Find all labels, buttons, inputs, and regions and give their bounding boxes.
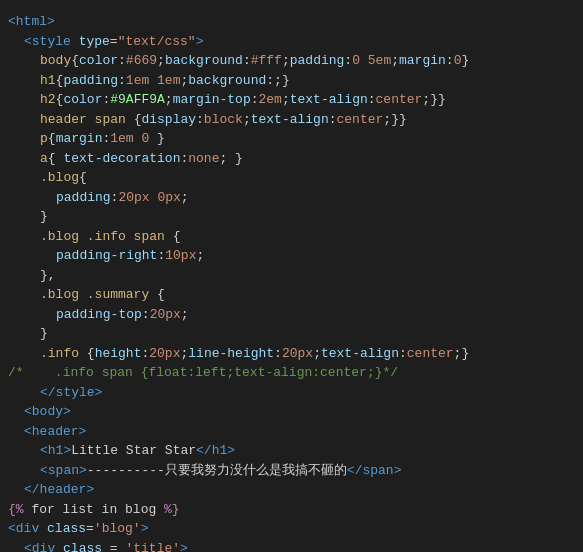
code-line: <header> [0, 422, 583, 442]
token-tag: <style [24, 32, 71, 52]
token-plain: : [142, 305, 150, 325]
token-css-prop: text-align [251, 110, 329, 130]
code-line: <body> [0, 402, 583, 422]
token-css-prop: padding-top [56, 305, 142, 325]
token-css-value: center [337, 110, 384, 130]
token-attr-name: type [79, 32, 110, 52]
token-plain: ; [165, 90, 173, 110]
token-plain: ; [157, 51, 165, 71]
token-plain: : [329, 110, 337, 130]
token-css-prop: text-decoration [63, 149, 180, 169]
code-line: body{color:#669;background:#fff;padding:… [0, 51, 583, 71]
token-css-value: none [188, 149, 219, 169]
token-css-prop: padding-right [56, 246, 157, 266]
token-css-value: 20px [149, 344, 180, 364]
token-plain: : [102, 129, 110, 149]
token-plain: : [102, 90, 110, 110]
token-tag: <body> [24, 402, 71, 422]
token-plain: } [282, 71, 290, 91]
code-line: }, [0, 266, 583, 286]
token-css-value: center [407, 344, 454, 364]
token-plain: { [48, 129, 56, 149]
token-tag: > [141, 519, 149, 539]
code-editor: <html><style type="text/css">body{color:… [0, 8, 583, 552]
token-css-value: 20px [282, 344, 313, 364]
code-line: .blog .summary { [0, 285, 583, 305]
token-plain: : [141, 344, 149, 364]
token-css-selector: h1 [40, 71, 56, 91]
token-plain: : [274, 344, 282, 364]
code-line: <html> [0, 12, 583, 32]
token-plain: : [251, 90, 259, 110]
token-plain: : [157, 246, 165, 266]
token-plain: { [165, 227, 181, 247]
token-template-tag: %} [164, 500, 180, 520]
code-line: /* .info span {float:left;text-align:cen… [0, 363, 583, 383]
token-plain: :; [266, 71, 282, 91]
code-line: } [0, 207, 583, 227]
token-plain: : [196, 110, 204, 130]
token-css-value: center [376, 90, 423, 110]
token-css-prop: margin [56, 129, 103, 149]
code-line: .blog{ [0, 168, 583, 188]
token-css-value: 2em [259, 90, 282, 110]
token-css-value: #669 [126, 51, 157, 71]
token-plain [24, 363, 55, 383]
token-plain: ;} [454, 344, 470, 364]
token-plain [55, 539, 63, 553]
token-plain: ; [180, 71, 188, 91]
code-line: padding-right:10px; [0, 246, 583, 266]
token-css-value: 0 5em [352, 51, 391, 71]
token-css-value: 1em 0 [110, 129, 149, 149]
token-h2-color: #9AFF9A [110, 90, 165, 110]
code-line: padding-top:20px; [0, 305, 583, 325]
token-plain: ----------只要我努力没什么是我搞不砸的 [87, 461, 347, 481]
token-css-selector: .info [40, 344, 79, 364]
token-comment: .info span {float:left;text-align:center… [55, 363, 398, 383]
token-css-selector: header span [40, 110, 126, 130]
token-plain: = [110, 32, 118, 52]
token-css-value: #fff [251, 51, 282, 71]
code-line: <div class = 'title'> [0, 539, 583, 553]
token-plain: ; [181, 305, 189, 325]
token-css-prop: background [165, 51, 243, 71]
token-tag: <div [8, 519, 39, 539]
token-css-selector: h2 [40, 90, 56, 110]
token-tag: </header> [24, 480, 94, 500]
token-plain: { [71, 51, 79, 71]
token-css-prop: margin [399, 51, 446, 71]
token-plain: ; [282, 51, 290, 71]
token-attr-value: "text/css" [118, 32, 196, 52]
token-css-value: block [204, 110, 243, 130]
token-css-prop: color [79, 51, 118, 71]
token-plain: } [40, 324, 48, 344]
token-css-prop: padding [56, 188, 111, 208]
token-attr-name: class [47, 519, 86, 539]
code-line: </style> [0, 383, 583, 403]
token-css-prop: text-align [290, 90, 368, 110]
token-plain: for list in blog [24, 500, 164, 520]
token-plain: ; [180, 344, 188, 364]
token-tag: </style> [40, 383, 102, 403]
token-tag: </span> [347, 461, 402, 481]
token-tag: <div [24, 539, 55, 553]
token-plain: ; [282, 90, 290, 110]
token-plain: { [126, 110, 142, 130]
token-css-selector: .blog [40, 168, 79, 188]
token-css-prop: background [188, 71, 266, 91]
token-plain: ; [196, 246, 204, 266]
token-comment: /* [8, 363, 24, 383]
token-template-tag: {% [8, 500, 24, 520]
code-line: <span>----------只要我努力没什么是我搞不砸的</span> [0, 461, 583, 481]
token-plain: ; [313, 344, 321, 364]
token-css-value: 10px [165, 246, 196, 266]
code-line: h1{padding:1em 1em;background:;} [0, 71, 583, 91]
token-plain: }, [40, 266, 56, 286]
token-css-prop: padding [290, 51, 345, 71]
token-css-value: 20px 0px [118, 188, 180, 208]
code-line: } [0, 324, 583, 344]
token-attr-name: class [63, 539, 102, 553]
code-line: <div class='blog'> [0, 519, 583, 539]
token-attr-value: 'title' [125, 539, 180, 553]
token-plain: : [399, 344, 407, 364]
